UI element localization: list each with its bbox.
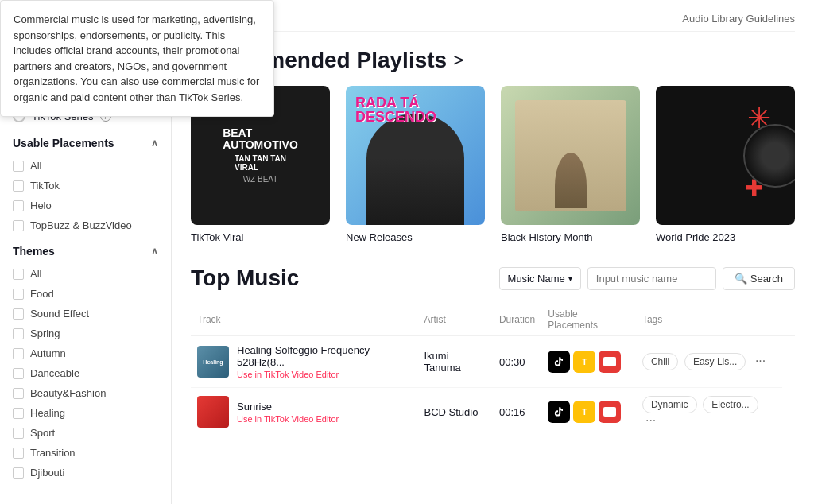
theme-sound-effect-label: Sound Effect — [30, 308, 89, 320]
theme-danceable[interactable]: Danceable — [0, 363, 171, 383]
track-cell-sunrise: Sunrise Use in TikTok Video Editor — [191, 388, 418, 436]
track-edit-link-healing[interactable]: Use in TikTok Video Editor — [237, 370, 412, 379]
placement-all[interactable]: All — [0, 156, 171, 176]
helo-placement-icon2 — [599, 401, 621, 423]
pride-thumb-bg: ✳ ✚ — [656, 86, 795, 225]
track-edit-link-sunrise[interactable]: Use in TikTok Video Editor — [237, 414, 339, 424]
tags-sunrise: Dynamic Electro... ··· — [636, 388, 782, 436]
helo-placement-icon — [599, 351, 621, 373]
playlist-thumb-world-pride: ✳ ✚ — [656, 86, 795, 225]
tag-easy-lis[interactable]: Easy Lis... — [684, 353, 746, 370]
theme-healing-label: Healing — [30, 407, 65, 419]
theme-sport-label: Sport — [30, 427, 55, 439]
usable-placements-title: Usable Placements — [13, 137, 114, 149]
tag-electro[interactable]: Electro... — [703, 396, 758, 413]
topbuzz-t-icon: T — [582, 357, 587, 366]
placement-all-checkbox[interactable] — [13, 161, 24, 172]
theme-sport[interactable]: Sport — [0, 423, 171, 443]
playlists-row: BEATAUTOMOTIVO TAN TAN TANVIRAL WZ BEAT … — [191, 86, 795, 243]
theme-beautyfashion-checkbox[interactable] — [13, 388, 24, 399]
theme-djibouti-label: Djibouti — [30, 467, 64, 479]
placement-topbuzz-checkbox[interactable] — [13, 220, 24, 231]
bhm-thumb-bg — [501, 86, 640, 225]
theme-spring-checkbox[interactable] — [13, 328, 24, 339]
playlist-name-tiktok-viral: TikTok Viral — [191, 231, 243, 243]
theme-all-checkbox[interactable] — [13, 269, 24, 280]
rada-thumb-bg: RADA TÁDESCENDO — [346, 86, 485, 225]
tag-dynamic[interactable]: Dynamic — [642, 396, 697, 413]
healing-thumb-bg: Healing — [197, 346, 229, 378]
col-track: Track — [191, 304, 418, 336]
theme-transition-checkbox[interactable] — [13, 448, 24, 459]
theme-healing[interactable]: Healing — [0, 403, 171, 423]
placement-all-label: All — [30, 160, 41, 172]
tag-chill[interactable]: Chill — [642, 353, 678, 370]
theme-djibouti[interactable]: Djibouti — [0, 463, 171, 483]
theme-autumn-checkbox[interactable] — [13, 348, 24, 359]
theme-food-checkbox[interactable] — [13, 289, 24, 300]
theme-all[interactable]: All — [0, 264, 171, 284]
theme-transition[interactable]: Transition — [0, 443, 171, 463]
music-name-dropdown[interactable]: Music Name ▾ — [499, 267, 581, 290]
beat-subtitle: TAN TAN TANVIRAL — [235, 154, 286, 172]
tiktok-placement-icon2 — [548, 401, 570, 423]
topbuzz-t-icon2: T — [582, 407, 587, 417]
placement-helo[interactable]: Helo — [0, 196, 171, 215]
theme-danceable-label: Danceable — [30, 367, 79, 379]
usable-placements-chevron[interactable]: ∧ — [151, 138, 158, 149]
audio-guidelines-link[interactable]: Audio Library Guidelines — [682, 13, 795, 25]
themes-title: Themes — [13, 245, 55, 258]
artist-sunrise: BCD Studio — [418, 388, 493, 436]
theme-sound-effect[interactable]: Sound Effect — [0, 304, 171, 324]
top-music-header: Top Music Music Name ▾ 🔍 Search — [191, 266, 795, 291]
theme-spring[interactable]: Spring — [0, 324, 171, 343]
track-thumb-sunrise — [197, 396, 229, 428]
theme-transition-label: Transition — [30, 447, 76, 459]
music-search-input[interactable] — [596, 273, 707, 285]
sunrise-thumb-bg — [197, 396, 229, 428]
themes-chevron[interactable]: ∧ — [151, 246, 158, 257]
rada-text: RADA TÁDESCENDO — [355, 95, 436, 124]
playlist-card-black-history[interactable]: Black History Month — [501, 86, 640, 243]
track-thumb-healing: Healing — [197, 346, 229, 378]
more-tags-button-healing[interactable]: ··· — [752, 354, 769, 368]
theme-autumn[interactable]: Autumn — [0, 343, 171, 363]
placement-topbuzz-label: TopBuzz & BuzzVideo — [30, 219, 132, 231]
theme-beautyfashion-label: Beauty&Fashion — [30, 387, 106, 399]
artist-healing: Ikumi Tanuma — [418, 336, 493, 388]
theme-sound-effect-checkbox[interactable] — [13, 308, 24, 320]
placement-topbuzz[interactable]: TopBuzz & BuzzVideo — [0, 215, 171, 235]
theme-beautyfashion[interactable]: Beauty&Fashion — [0, 383, 171, 403]
playlist-card-world-pride[interactable]: ✳ ✚ World Pride 2023 — [656, 86, 795, 243]
topbuzz-placement-icon: T — [573, 351, 595, 373]
dropdown-label: Music Name — [508, 273, 565, 285]
search-controls: Music Name ▾ 🔍 Search — [499, 267, 795, 290]
search-button[interactable]: 🔍 Search — [723, 267, 795, 290]
col-artist: Artist — [418, 304, 493, 336]
more-tags-button-sunrise[interactable]: ··· — [642, 413, 659, 428]
track-cell-healing: Healing Healing Solfeggio Frequency 528H… — [191, 336, 418, 388]
person-silhouette — [366, 114, 464, 225]
col-actions — [782, 304, 795, 336]
theme-food-label: Food — [30, 288, 54, 300]
duration-sunrise: 00:16 — [493, 388, 541, 436]
table-row: Sunrise Use in TikTok Video Editor BCD S… — [191, 388, 795, 436]
placements-sunrise: T — [541, 388, 636, 436]
theme-food[interactable]: Food — [0, 284, 171, 304]
theme-spring-label: Spring — [30, 328, 60, 339]
col-tags: Tags — [636, 304, 782, 336]
helo-inner-icon2 — [603, 407, 616, 417]
theme-healing-checkbox[interactable] — [13, 408, 24, 419]
theme-danceable-checkbox[interactable] — [13, 368, 24, 379]
commercial-use-tooltip: Commercial music is used for marketing, … — [0, 0, 274, 117]
placement-tiktok[interactable]: TikTok — [0, 176, 171, 196]
bhm-inner — [515, 100, 626, 211]
tooltip-text: Commercial music is used for marketing, … — [14, 14, 259, 103]
theme-sport-checkbox[interactable] — [13, 428, 24, 439]
theme-autumn-label: Autumn — [30, 347, 66, 359]
playlists-arrow[interactable]: > — [453, 50, 463, 71]
placement-tiktok-checkbox[interactable] — [13, 180, 24, 192]
theme-djibouti-checkbox[interactable] — [13, 467, 24, 479]
playlist-card-new-releases[interactable]: RADA TÁDESCENDO New Releases — [346, 86, 485, 243]
placement-helo-checkbox[interactable] — [13, 200, 24, 211]
